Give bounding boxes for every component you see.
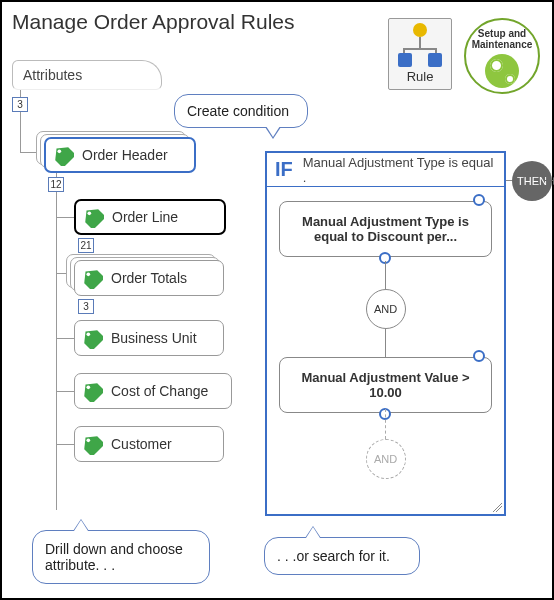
order-totals-count[interactable]: 3: [78, 299, 94, 314]
tag-icon: [81, 380, 103, 402]
condition-box-1[interactable]: Manual Adjustment Type is equal to Disco…: [279, 201, 492, 257]
rule-icon-button[interactable]: Rule: [388, 18, 452, 90]
callout-create-condition: Create condition: [174, 94, 308, 128]
page-title: Manage Order Approval Rules: [12, 10, 295, 34]
svg-point-4: [87, 386, 91, 390]
svg-point-3: [87, 333, 91, 337]
arrow-right-icon: [544, 180, 554, 181]
and-operator-placeholder[interactable]: AND: [366, 439, 406, 479]
attr-business-unit[interactable]: Business Unit: [74, 320, 224, 356]
condition-summary-bar[interactable]: IF Manual Adjustment Type is equal .: [267, 153, 504, 187]
attributes-panel-header[interactable]: Attributes: [12, 60, 162, 90]
order-line-count[interactable]: 21: [78, 238, 94, 253]
attr-label: Customer: [111, 436, 172, 452]
tag-icon: [81, 433, 103, 455]
tag-icon: [81, 327, 103, 349]
attr-cost-of-change[interactable]: Cost of Change: [74, 373, 232, 409]
condition-body: Manual Adjustment Type is equal to Disco…: [267, 187, 504, 514]
condition-box-2[interactable]: Manual Adjustment Value > 10.00: [279, 357, 492, 413]
tag-icon: [81, 267, 103, 289]
rule-icon-label: Rule: [389, 69, 451, 84]
attr-label: Order Line: [112, 209, 178, 225]
and-operator[interactable]: AND: [366, 289, 406, 329]
attr-customer[interactable]: Customer: [74, 426, 224, 462]
attr-label: Business Unit: [111, 330, 197, 346]
app-frame: Manage Order Approval Rules Rule Setup a…: [0, 0, 554, 600]
svg-point-1: [88, 212, 92, 216]
connector-port-icon[interactable]: [473, 194, 485, 206]
gears-icon: [485, 54, 519, 88]
attr-label: Order Totals: [111, 270, 187, 286]
rule-diagram-icon: [398, 23, 442, 67]
setup-maintenance-button[interactable]: Setup and Maintenance: [464, 18, 540, 94]
then-node[interactable]: THEN: [512, 161, 552, 201]
attr-label: Order Header: [82, 147, 168, 163]
condition-panel[interactable]: IF Manual Adjustment Type is equal . Man…: [265, 151, 506, 516]
resize-handle-icon[interactable]: [492, 502, 502, 512]
svg-point-2: [87, 273, 91, 277]
tag-icon: [82, 206, 104, 228]
condition-summary-text: Manual Adjustment Type is equal .: [303, 155, 496, 185]
attr-order-line[interactable]: Order Line: [74, 199, 226, 235]
callout-search: . . .or search for it.: [264, 537, 420, 575]
attr-order-totals[interactable]: Order Totals: [74, 260, 224, 296]
connector-port-icon[interactable]: [473, 350, 485, 362]
if-keyword: IF: [275, 158, 293, 181]
callout-drill-down: Drill down and choose attribute. . .: [32, 530, 210, 584]
svg-point-0: [58, 150, 62, 154]
order-header-count[interactable]: 12: [48, 177, 64, 192]
root-count-badge[interactable]: 3: [12, 97, 28, 112]
tag-icon: [52, 144, 74, 166]
attr-label: Cost of Change: [111, 383, 208, 399]
svg-point-5: [87, 439, 91, 443]
attr-order-header[interactable]: Order Header: [44, 137, 196, 173]
setup-label: Setup and Maintenance: [466, 20, 538, 50]
